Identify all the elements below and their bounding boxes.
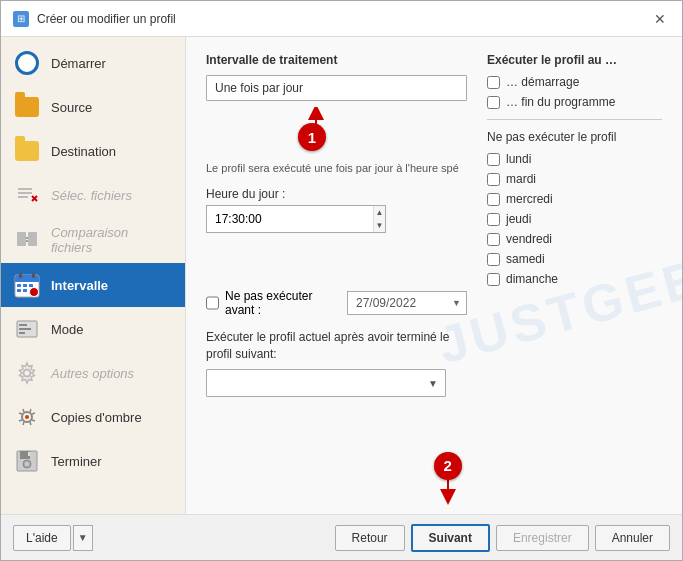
aide-dropdown-button[interactable]: ▼ (73, 525, 93, 551)
lundi-checkbox[interactable] (487, 153, 500, 166)
sidebar-item-intervalle[interactable]: Intervalle (1, 263, 185, 307)
demarrage-checkbox[interactable] (487, 76, 500, 89)
main-wrapper: JUSTGEEK Intervalle de traitement Une fo… (186, 37, 682, 514)
sidebar-label-autres: Autres options (51, 366, 134, 381)
demarrage-row: … démarrage (487, 75, 662, 89)
title-bar: ⊞ Créer ou modifier un profil ✕ (1, 1, 682, 37)
svg-rect-13 (32, 273, 35, 278)
svg-rect-28 (28, 452, 30, 456)
svg-rect-5 (17, 232, 26, 246)
aide-button[interactable]: L'aide (13, 525, 71, 551)
sidebar-item-autres-options: Autres options (1, 351, 185, 395)
svg-rect-1 (18, 192, 32, 194)
sidebar-item-mode[interactable]: Mode (1, 307, 185, 351)
window-title: Créer ou modifier un profil (37, 12, 176, 26)
content-area: Démarrer Source Destination (1, 37, 682, 514)
execute-dropdown[interactable] (206, 369, 446, 397)
interval-dropdown-container: Une fois par jour Toutes les heures Tout… (206, 75, 467, 157)
calendar-active-icon (13, 271, 41, 299)
svg-point-30 (25, 462, 29, 466)
svg-rect-11 (15, 279, 39, 282)
ne-pas-title: Ne pas exécuter le profil (487, 130, 662, 144)
close-button[interactable]: ✕ (650, 9, 670, 29)
gear-icon (13, 359, 41, 387)
fin-programme-checkbox[interactable] (487, 96, 500, 109)
app-window: ⊞ Créer ou modifier un profil ✕ Démarrer… (0, 0, 683, 561)
folder-orange-icon (13, 93, 41, 121)
svg-rect-14 (17, 284, 21, 287)
sidebar-item-copies-ombre[interactable]: Copies d'ombre (1, 395, 185, 439)
ne-pas-executer-row: Ne pas exécuter avant : ▼ (206, 289, 467, 317)
folder-yellow-icon (13, 137, 41, 165)
svg-rect-0 (18, 188, 32, 190)
suivant-area: Suivant 2 (411, 524, 490, 552)
fin-programme-label: … fin du programme (506, 95, 615, 109)
intervalle-title: Intervalle de traitement (206, 53, 467, 67)
mardi-label: mardi (506, 172, 536, 186)
hint-text: Le profil sera exécuté une fois par jour… (206, 161, 467, 175)
mercredi-row: mercredi (487, 192, 662, 206)
svg-point-25 (25, 415, 29, 419)
ne-pas-executer-checkbox[interactable] (206, 296, 219, 310)
sidebar-item-demarrer[interactable]: Démarrer (1, 41, 185, 85)
sidebar: Démarrer Source Destination (1, 37, 186, 514)
svg-rect-12 (19, 273, 22, 278)
shadow-copies-icon (13, 403, 41, 431)
interval-dropdown-wrapper: Une fois par jour Toutes les heures Tout… (206, 75, 467, 101)
jeudi-label: jeudi (506, 212, 531, 226)
main-right: Exécuter le profil au … … démarrage … fi… (487, 53, 662, 498)
suivant-button[interactable]: Suivant (411, 524, 490, 552)
ne-pas-executer-label: Ne pas exécuter avant : (225, 289, 341, 317)
svg-rect-20 (19, 324, 27, 326)
lundi-label: lundi (506, 152, 531, 166)
sidebar-label-comparaison: Comparaison fichiers (51, 225, 173, 255)
sidebar-label-terminer: Terminer (51, 454, 102, 469)
svg-rect-22 (19, 332, 25, 334)
mercredi-label: mercredi (506, 192, 553, 206)
enregistrer-button[interactable]: Enregistrer (496, 525, 589, 551)
execute-label: Exécuter le profil actuel après avoir te… (206, 329, 467, 363)
time-spinners: ▲ ▼ (373, 206, 385, 232)
main-content: Intervalle de traitement Une fois par jo… (186, 37, 682, 514)
mardi-checkbox[interactable] (487, 173, 500, 186)
annuler-button[interactable]: Annuler (595, 525, 670, 551)
footer-right: Retour Suivant 2 (335, 524, 670, 552)
sidebar-label-intervalle: Intervalle (51, 278, 108, 293)
executer-title: Exécuter le profil au … (487, 53, 662, 67)
time-input-wrapper: ▲ ▼ (206, 205, 386, 233)
jeudi-checkbox[interactable] (487, 213, 500, 226)
sidebar-item-source[interactable]: Source (1, 85, 185, 129)
time-down-button[interactable]: ▼ (374, 219, 385, 232)
sidebar-label-destination: Destination (51, 144, 116, 159)
sidebar-item-terminer[interactable]: Terminer (1, 439, 185, 483)
time-input[interactable] (207, 208, 373, 230)
window-icon: ⊞ (13, 11, 29, 27)
date-input[interactable] (347, 291, 467, 315)
footer-left: L'aide ▼ (13, 525, 93, 551)
heure-label: Heure du jour : (206, 187, 467, 201)
execute-dropdown-wrapper: ▼ (206, 369, 446, 397)
samedi-checkbox[interactable] (487, 253, 500, 266)
main-left: Intervalle de traitement Une fois par jo… (206, 53, 467, 498)
mercredi-checkbox[interactable] (487, 193, 500, 206)
sidebar-label-demarrer: Démarrer (51, 56, 106, 71)
sidebar-label-source: Source (51, 100, 92, 115)
jeudi-row: jeudi (487, 212, 662, 226)
interval-dropdown[interactable]: Une fois par jour Toutes les heures Tout… (206, 75, 467, 101)
spacer (206, 249, 467, 289)
svg-rect-6 (28, 232, 37, 246)
retour-button[interactable]: Retour (335, 525, 405, 551)
dimanche-checkbox[interactable] (487, 273, 500, 286)
time-up-button[interactable]: ▲ (374, 206, 385, 219)
mardi-row: mardi (487, 172, 662, 186)
sidebar-label-mode: Mode (51, 322, 84, 337)
vendredi-checkbox[interactable] (487, 233, 500, 246)
svg-rect-15 (23, 284, 27, 287)
sidebar-item-destination[interactable]: Destination (1, 129, 185, 173)
callout-1-number: 1 (308, 129, 316, 146)
svg-rect-17 (17, 289, 21, 292)
title-bar-left: ⊞ Créer ou modifier un profil (13, 11, 176, 27)
active-indicator (29, 287, 39, 297)
dimanche-row: dimanche (487, 272, 662, 286)
vendredi-row: vendredi (487, 232, 662, 246)
